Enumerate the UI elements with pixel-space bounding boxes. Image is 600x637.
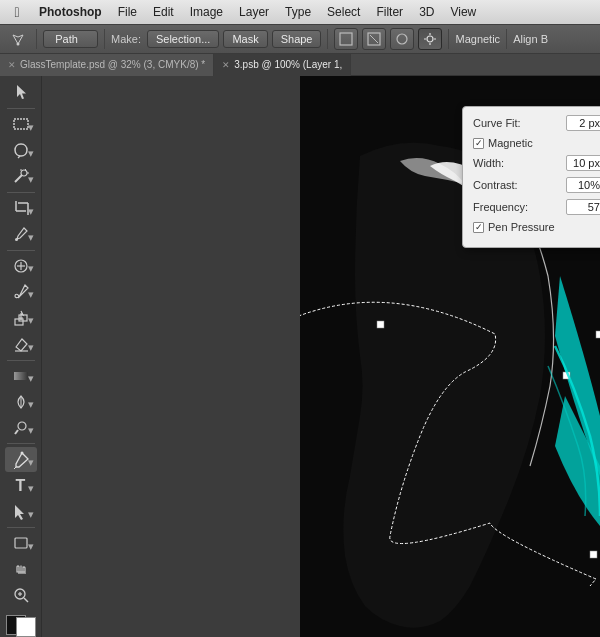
apple-menu[interactable]:  [8,3,26,21]
tool-sep-1 [7,108,35,109]
tool-marquee[interactable]: ▾ [5,112,37,137]
svg-rect-29 [14,372,28,380]
menu-edit[interactable]: Edit [146,3,181,21]
menu-filter[interactable]: Filter [369,3,410,21]
svg-line-3 [370,35,378,43]
tool-eraser[interactable]: ▾ [5,331,37,356]
tool-magic-wand[interactable]: ▾ [5,164,37,189]
svg-point-22 [15,238,18,241]
contrast-label: Contrast: [473,179,562,191]
delete-anchor-btn[interactable] [362,28,386,50]
tab-glass-template[interactable]: ✕ GlassTemplate.psd @ 32% (3, CMYK/8) * [0,54,214,76]
tool-sep-5 [7,443,35,444]
svg-line-38 [24,598,28,602]
tool-zoom[interactable] [5,583,37,608]
width-row: Width: 10 px [473,155,600,171]
tool-lasso[interactable]: ▾ [5,138,37,163]
toolbar: ▾ ▾ ▾ [0,76,42,637]
tool-path-select[interactable]: ▾ [5,499,37,524]
frequency-label: Frequency: [473,201,562,213]
tool-gradient[interactable]: ▾ [5,363,37,388]
pen-tool-options-icon [6,27,30,51]
width-label: Width: [473,157,562,169]
tool-healing[interactable]: ▾ [5,253,37,278]
menu-image[interactable]: Image [183,3,230,21]
tab-bar: ✕ GlassTemplate.psd @ 32% (3, CMYK/8) * … [0,54,600,76]
svg-rect-45 [590,551,597,558]
make-selection-btn[interactable]: Selection... [147,30,219,48]
tool-blur[interactable]: ▾ [5,389,37,414]
canvas-area[interactable]: Curve Fit: 2 px Magnetic Width: 10 px Co… [42,76,600,637]
contrast-value[interactable]: 10% [566,177,600,193]
menu-view[interactable]: View [443,3,483,21]
settings-btn[interactable] [418,28,442,50]
pen-pressure-row: Pen Pressure [473,221,600,233]
svg-point-0 [17,43,20,46]
divider3 [327,29,328,49]
main-area: ▾ ▾ ▾ [0,76,600,637]
color-swatches[interactable] [6,615,36,637]
tool-hand[interactable] [5,557,37,582]
contrast-row: Contrast: 10% [473,177,600,193]
svg-rect-11 [14,119,28,129]
tool-crop[interactable]: ▾ [5,196,37,221]
frequency-row: Frequency: 57 [473,199,600,215]
curve-fit-label: Curve Fit: [473,117,562,129]
frequency-value[interactable]: 57 [566,199,600,215]
magnetic-label: Magnetic [455,33,500,45]
svg-line-33 [14,467,16,469]
curve-fit-row: Curve Fit: 2 px [473,115,600,131]
shape-btn[interactable]: Shape [272,30,322,48]
menu-file[interactable]: File [111,3,144,21]
options-bar: Path Make: Selection... Mask Shape Magne… [0,24,600,54]
width-value[interactable]: 10 px [566,155,600,171]
tab-close-1[interactable]: ✕ [8,60,16,70]
add-anchor-btn[interactable] [334,28,358,50]
tool-dodge[interactable]: ▾ [5,415,37,440]
tool-eyedropper[interactable]: ▾ [5,222,37,247]
app-menu-photoshop[interactable]: Photoshop [32,3,109,21]
make-label: Make: [111,33,141,45]
menu-3d[interactable]: 3D [412,3,441,21]
tool-brush[interactable]: ▾ [5,279,37,304]
tab-label-2: 3.psb @ 100% (Layer 1, [234,59,342,70]
svg-marker-35 [15,505,24,520]
menu-bar:  Photoshop File Edit Image Layer Type S… [0,0,600,24]
path-ops-btn[interactable] [390,28,414,50]
mask-btn[interactable]: Mask [223,30,267,48]
tab-close-2[interactable]: ✕ [222,60,230,70]
tool-pen[interactable]: ▾ [5,447,37,472]
magnetic-row: Magnetic [473,137,600,149]
tool-sep-6 [7,527,35,528]
svg-rect-42 [377,321,384,328]
divider4 [448,29,449,49]
svg-point-31 [18,422,26,430]
curve-fit-value[interactable]: 2 px [566,115,600,131]
pen-pressure-checkbox[interactable] [473,222,484,233]
tab-label-1: GlassTemplate.psd @ 32% (3, CMYK/8) * [20,59,205,70]
pen-pressure-label: Pen Pressure [488,221,600,233]
tool-text[interactable]: T ▾ [5,473,37,498]
svg-line-32 [15,430,18,434]
path-mode-dropdown[interactable]: Path [43,30,98,48]
menu-select[interactable]: Select [320,3,367,21]
menu-layer[interactable]: Layer [232,3,276,21]
menu-type[interactable]: Type [278,3,318,21]
align-label: Align B [513,33,548,45]
tool-clone[interactable]: ▾ [5,305,37,330]
svg-line-16 [25,169,26,170]
tool-move[interactable] [5,80,37,105]
magnetic-options-panel: Curve Fit: 2 px Magnetic Width: 10 px Co… [462,106,600,248]
tool-sep-2 [7,192,35,193]
tool-shape[interactable]: ▾ [5,531,37,556]
tab-3psb[interactable]: ✕ 3.psb @ 100% (Layer 1, [214,54,351,76]
svg-rect-43 [596,331,600,338]
svg-line-13 [15,175,22,182]
magnetic-checkbox[interactable] [473,138,484,149]
tool-sep-4 [7,360,35,361]
svg-point-34 [20,451,23,454]
magnetic-checkbox-label: Magnetic [488,137,600,149]
svg-line-12 [18,156,20,158]
svg-marker-10 [17,85,26,99]
svg-point-14 [21,170,27,176]
